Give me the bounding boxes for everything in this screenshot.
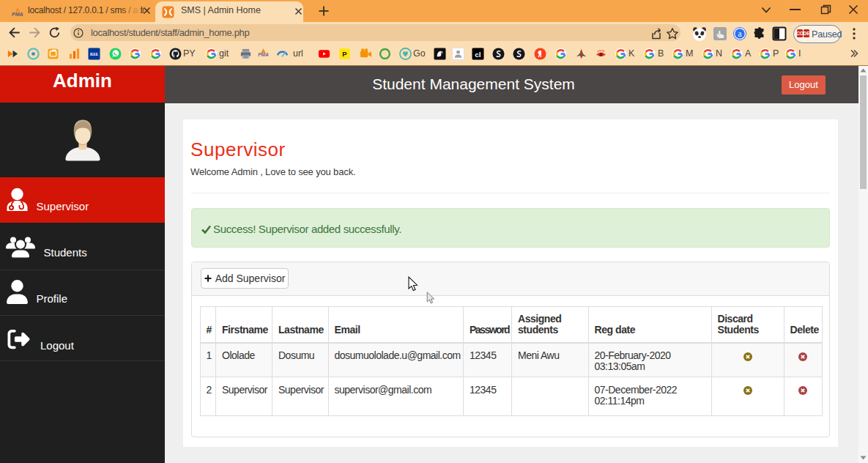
svg-text:DE: DE [803,31,809,36]
svg-text:cl: cl [475,51,481,59]
svg-text:a: a [738,29,741,38]
svg-text:PMA: PMA [12,12,23,17]
svg-text:P: P [342,50,346,58]
svg-text:IEEE: IEEE [90,53,99,56]
